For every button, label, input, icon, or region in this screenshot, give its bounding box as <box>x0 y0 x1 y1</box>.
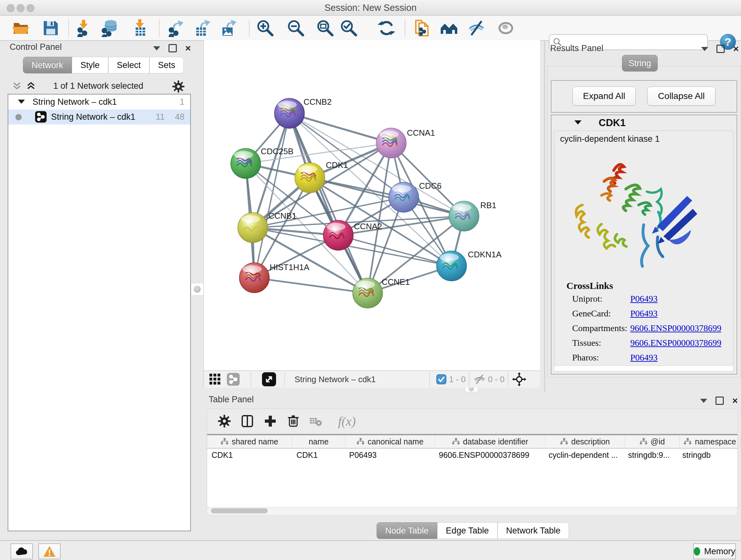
tab-edge-table[interactable]: Edge Table <box>437 522 497 539</box>
add-column-icon[interactable] <box>263 414 278 429</box>
cell-description[interactable]: cyclin-dependent ... <box>544 449 623 461</box>
function-builder-icon[interactable]: f(x) <box>331 414 363 429</box>
node-RB1[interactable] <box>449 201 479 231</box>
warnings-button[interactable] <box>38 543 61 559</box>
float-panel-icon[interactable] <box>153 46 160 51</box>
maximize-panel-icon[interactable] <box>716 396 724 405</box>
node-CCNE1[interactable] <box>353 278 383 308</box>
open-in-window-icon[interactable] <box>262 372 276 386</box>
crosslink-link[interactable]: P06493 <box>630 308 658 319</box>
crosslink-link[interactable]: P06493 <box>630 353 658 363</box>
cell-name[interactable]: CDK1 <box>292 449 345 461</box>
cell-canonical-name[interactable]: P06493 <box>345 449 434 461</box>
network-collection-row[interactable]: String Network – cdk1 1 <box>8 95 190 110</box>
save-session-icon[interactable] <box>42 19 60 37</box>
show-all-icon[interactable] <box>496 19 515 37</box>
node-HIST1H1A[interactable] <box>239 263 269 293</box>
export-table-icon[interactable] <box>192 19 211 37</box>
memory-button[interactable]: Memory <box>693 543 736 559</box>
node-CDK1[interactable] <box>295 163 325 193</box>
tab-style[interactable]: Style <box>72 57 108 73</box>
node-CDKN1A[interactable] <box>436 251 467 281</box>
column-header-name[interactable]: name <box>292 435 345 448</box>
delete-column-icon[interactable] <box>286 414 301 429</box>
zoom-in-icon[interactable] <box>256 19 274 37</box>
crosslink-link[interactable]: 9606.ENSP00000378699 <box>630 323 721 333</box>
zoom-fit-icon[interactable] <box>316 19 334 37</box>
node-CCNA1[interactable] <box>376 128 406 158</box>
tab-network[interactable]: Network <box>23 57 72 73</box>
selected-checkbox-icon[interactable] <box>436 372 447 386</box>
column-header-database-identifier[interactable]: database identifier <box>435 435 545 448</box>
close-panel-icon[interactable]: × <box>733 46 739 52</box>
delete-table-icon[interactable] <box>308 414 323 429</box>
node-CCNB1[interactable] <box>238 212 268 243</box>
close-panel-icon[interactable]: × <box>185 45 191 51</box>
maximize-panel-icon[interactable] <box>169 44 177 52</box>
tab-string[interactable]: String <box>622 55 658 71</box>
crosslink-label: Compartments: <box>572 323 627 333</box>
export-network-icon[interactable] <box>166 19 185 37</box>
network-options-gear-icon[interactable] <box>172 80 185 93</box>
hide-selected-icon[interactable] <box>467 19 486 37</box>
zoom-out-icon[interactable] <box>286 19 305 37</box>
expand-all-button[interactable]: Expand All <box>572 86 636 106</box>
tab-node-table[interactable]: Node Table <box>377 522 437 539</box>
column-header-shared-name[interactable]: shared name <box>207 435 292 448</box>
zoom-selected-icon[interactable] <box>340 19 358 37</box>
cloud-icon <box>15 546 29 557</box>
home-icon[interactable] <box>440 19 458 37</box>
export-image-icon[interactable] <box>218 19 237 37</box>
tab-select[interactable]: Select <box>108 57 149 73</box>
table-settings-gear-icon[interactable] <box>217 414 232 429</box>
node-CCNA2[interactable] <box>323 220 353 250</box>
network-birdseye-icon[interactable] <box>227 372 240 386</box>
tab-sets[interactable]: Sets <box>149 57 184 73</box>
table-row[interactable]: CDK1CDK1P064939606.ENSP00000378699cyclin… <box>207 449 738 461</box>
import-table-file-icon[interactable] <box>130 19 149 37</box>
edge-CCNA1-CCNE1[interactable] <box>367 143 391 293</box>
node-CCNB2[interactable] <box>274 98 305 128</box>
table-hscrollbar-thumb[interactable] <box>211 508 268 513</box>
netbar-separator <box>469 372 469 386</box>
network-canvas[interactable]: CCNB2CCNA1CDC25BCDK1CDC6RB1CCNB1CCNA2CDK… <box>203 40 540 370</box>
crosslink-link[interactable]: 9606.ENSP00000378699 <box>630 338 721 348</box>
collapse-all-button[interactable]: Collapse All <box>647 86 716 106</box>
cdk1-details: cyclin-dependent kinase 1 <box>554 131 733 369</box>
node-CDC25B[interactable] <box>231 148 261 179</box>
open-session-icon[interactable] <box>11 19 30 37</box>
maximize-panel-icon[interactable] <box>717 45 725 53</box>
hidden-eye-icon[interactable] <box>473 372 486 386</box>
column-header--id[interactable]: @id <box>625 435 680 448</box>
close-panel-icon[interactable]: × <box>732 397 738 404</box>
cell--id[interactable]: stringdb:9... <box>623 449 678 461</box>
show-columns-icon[interactable] <box>240 414 255 429</box>
section-expander-icon[interactable] <box>575 120 582 125</box>
cdk1-section-header[interactable]: CDK1 <box>551 115 737 131</box>
import-network-database-icon[interactable] <box>99 19 121 37</box>
column-header-namespace[interactable]: namespace <box>680 435 741 448</box>
column-header-description[interactable]: description <box>545 435 625 448</box>
edge-CCNB2-HIST1H1A[interactable] <box>254 113 289 278</box>
left-splitter-grip[interactable] <box>191 283 204 296</box>
cell-database-identifier[interactable]: 9606.ENSP00000378699 <box>434 449 544 461</box>
edge-HIST1H1A-CCNE1[interactable] <box>254 278 367 293</box>
results-scrollbar[interactable] <box>554 366 733 371</box>
float-panel-icon[interactable] <box>700 399 707 403</box>
cell-shared-name[interactable]: CDK1 <box>207 449 292 461</box>
tab-network-table[interactable]: Network Table <box>497 522 569 539</box>
network-graph[interactable]: CCNB2CCNA1CDC25BCDK1CDC6RB1CCNB1CCNA2CDK… <box>204 40 540 370</box>
node-CDC6[interactable] <box>389 182 419 212</box>
refresh-icon[interactable] <box>377 19 396 37</box>
network-row-selected[interactable]: String Network – cdk1 11 48 <box>8 110 190 125</box>
tree-expander-icon[interactable] <box>18 100 25 104</box>
pan-crosshair-icon[interactable] <box>512 372 526 386</box>
cloud-button[interactable] <box>10 543 33 559</box>
import-network-file-icon[interactable] <box>75 19 93 37</box>
cell-namespace[interactable]: stringdb <box>678 449 738 461</box>
open-session-file-icon[interactable] <box>414 19 432 37</box>
column-header-canonical-name[interactable]: canonical name <box>345 435 435 448</box>
float-panel-icon[interactable] <box>701 47 708 51</box>
crosslink-link[interactable]: P06493 <box>630 294 658 304</box>
grid-view-icon[interactable] <box>209 372 221 386</box>
